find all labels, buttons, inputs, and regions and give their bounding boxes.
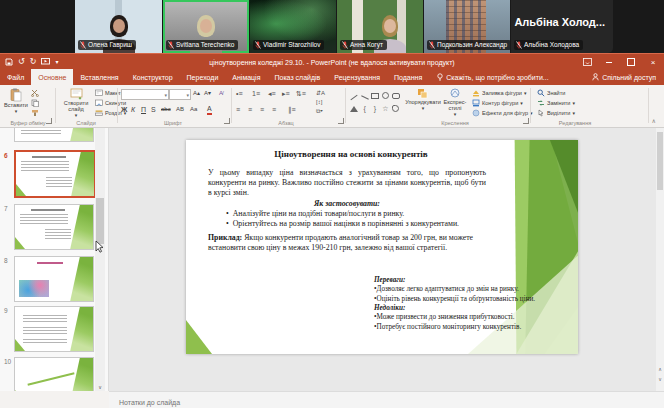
align-left-button[interactable]: ≡: [236, 105, 240, 114]
tab-review[interactable]: Рецензування: [327, 69, 387, 85]
cut-button[interactable]: [31, 89, 39, 97]
tab-home[interactable]: Основне: [31, 69, 73, 85]
new-slide-button[interactable]: Створити слайд ▾: [59, 88, 93, 118]
slide-thumbnail-5-partial[interactable]: [14, 128, 94, 142]
redo-icon[interactable]: ↻: [30, 57, 37, 67]
copy-button[interactable]: [31, 99, 39, 107]
next-slide-icon[interactable]: ∨: [656, 374, 664, 383]
undo-icon[interactable]: ↺: [18, 57, 25, 67]
collapse-ribbon-icon[interactable]: ∧: [652, 117, 656, 124]
notes-pane[interactable]: Нотатки до слайда: [109, 391, 664, 408]
justify-button[interactable]: ≡: [272, 105, 276, 114]
format-painter-button[interactable]: [31, 109, 39, 117]
slide-pros-cons-block[interactable]: Переваги: •Дозволяє легко адаптуватися д…: [374, 276, 560, 332]
shape-brace-icon[interactable]: {: [363, 105, 365, 112]
slide-example-text[interactable]: Приклад: Якщо конкуренти продають аналог…: [208, 233, 486, 253]
columns-button[interactable]: ∥≡: [288, 105, 296, 114]
close-button[interactable]: ×: [642, 54, 664, 70]
participant-tile[interactable]: Анна Когут: [337, 0, 423, 53]
align-center-button[interactable]: ≡: [248, 105, 252, 114]
slide-thumbnail[interactable]: [14, 256, 94, 302]
tab-insert[interactable]: Вставлення: [73, 69, 125, 85]
align-text-button[interactable]: [↕]: [316, 98, 322, 107]
italic-button[interactable]: К: [131, 105, 135, 114]
change-case-button[interactable]: Аа: [190, 105, 197, 114]
slide-thumbnail[interactable]: [14, 204, 94, 250]
participant-tile[interactable]: Олена Гавриш: [75, 0, 162, 53]
new-slide-dropdown-icon[interactable]: ▾: [75, 112, 78, 118]
restore-button[interactable]: [620, 54, 642, 70]
shape-effects-button[interactable]: Ефекти для фігур▾: [472, 109, 533, 117]
font-name-combobox[interactable]: ▾: [121, 89, 169, 100]
font-size-combobox[interactable]: ▾: [169, 89, 191, 100]
increase-font-size-button[interactable]: А▴: [193, 89, 200, 98]
qat-customize-icon[interactable]: ▾: [55, 57, 58, 67]
arrange-button[interactable]: Упорядкувати ▾: [406, 88, 440, 111]
slide-how-heading[interactable]: Як застосовувати:: [208, 199, 486, 208]
slide-canvas[interactable]: Ціноутворення на основі конкурентів У ць…: [186, 140, 578, 354]
quick-styles-button[interactable]: Експрес- стилі ▾: [441, 88, 469, 117]
numbering-button[interactable]: 1≡: [252, 89, 260, 98]
tab-view[interactable]: Подання: [387, 69, 429, 85]
font-color-button[interactable]: А: [207, 104, 212, 115]
clipboard-dialog-launcher-icon[interactable]: [46, 118, 52, 124]
find-button[interactable]: Знайти: [537, 89, 565, 97]
align-right-button[interactable]: ≡: [260, 105, 264, 114]
tab-design[interactable]: Конструктор: [126, 69, 180, 85]
line-spacing-button[interactable]: ⇅≡: [296, 89, 306, 98]
shape-ellipse-icon[interactable]: [382, 92, 389, 99]
tab-transitions[interactable]: Переходи: [180, 69, 226, 85]
slide-area-scrollbar[interactable]: [656, 128, 664, 391]
bold-button[interactable]: Ж: [121, 105, 127, 114]
thumbnail-scrollbar[interactable]: [95, 128, 105, 391]
decrease-font-size-button[interactable]: А▾: [204, 89, 211, 98]
paragraph-dialog-launcher-icon[interactable]: [338, 118, 344, 124]
slide-thumbnail-selected[interactable]: [14, 150, 96, 198]
underline-button[interactable]: П: [141, 105, 146, 114]
minimize-button[interactable]: [598, 54, 620, 70]
shapes-gallery[interactable]: { } ☆: [349, 89, 401, 115]
slide-bullet-list[interactable]: •Аналізуйте ціни на подібні товари/послу…: [226, 209, 478, 229]
participant-tile-video-off[interactable]: Альбіна Холод... Альбіна Холодова: [511, 0, 613, 53]
shape-star-icon[interactable]: ☆: [382, 105, 388, 112]
shape-brace2-icon[interactable]: }: [374, 105, 376, 112]
character-spacing-button[interactable]: АВ: [176, 105, 184, 114]
shape-line-icon[interactable]: [351, 95, 358, 100]
select-button[interactable]: Виділити▾: [537, 109, 575, 117]
paste-button[interactable]: Вставити ▾: [4, 88, 28, 114]
participant-tile-active-speaker[interactable]: Svitlana Terechenko: [163, 0, 249, 53]
increase-indent-button[interactable]: ▸≡: [282, 89, 290, 98]
slide-thumbnail[interactable]: [14, 357, 94, 391]
slide-title[interactable]: Ціноутворення на основі конкурентів: [196, 149, 506, 159]
shape-fill-button[interactable]: Заливка фігури▾: [472, 89, 526, 97]
paste-dropdown-icon[interactable]: ▾: [15, 108, 18, 114]
participant-tile[interactable]: Vladimir Starozhilov: [250, 0, 336, 53]
share-button[interactable]: Спільний доступ: [584, 69, 664, 85]
text-direction-button[interactable]: ⇵А: [316, 89, 325, 98]
participant-tile[interactable]: Подкользин Александр: [424, 0, 510, 53]
shadow-button[interactable]: S: [151, 105, 156, 114]
bullets-button[interactable]: •≡: [236, 89, 243, 98]
tell-me-box[interactable]: Скажіть, що потрібно зробити...: [429, 69, 556, 85]
shape-outline-button[interactable]: Контур фігури▾: [472, 99, 523, 107]
font-dialog-launcher-icon[interactable]: [224, 118, 230, 124]
slide-thumbnail[interactable]: [14, 306, 94, 352]
slide-area-scrollbar-thumb[interactable]: [657, 132, 663, 190]
shape-triangle-icon[interactable]: [350, 106, 358, 112]
clear-formatting-button[interactable]: A̸: [219, 89, 223, 98]
tab-animations[interactable]: Анімація: [225, 69, 267, 85]
drawing-dialog-launcher-icon[interactable]: [523, 118, 529, 124]
previous-slide-icon[interactable]: ∧: [656, 364, 664, 373]
shape-callout-icon[interactable]: [392, 105, 399, 112]
replace-button[interactable]: Замінити▾: [537, 99, 575, 107]
tab-slideshow[interactable]: Показ слайдів: [267, 69, 327, 85]
slide-intro-text[interactable]: У цьому випадку ціна визначається з урах…: [208, 168, 486, 198]
shape-arrow-icon[interactable]: [361, 95, 369, 99]
shape-rounded-rect-icon[interactable]: [392, 93, 400, 99]
save-icon[interactable]: [5, 58, 13, 66]
strikethrough-button[interactable]: abc: [161, 105, 171, 114]
start-slideshow-icon[interactable]: [41, 58, 50, 66]
thumbnail-scroll-down-icon[interactable]: ∨: [95, 382, 105, 391]
decrease-indent-button[interactable]: ◂≡: [268, 89, 276, 98]
tab-file[interactable]: Файл: [0, 69, 31, 85]
